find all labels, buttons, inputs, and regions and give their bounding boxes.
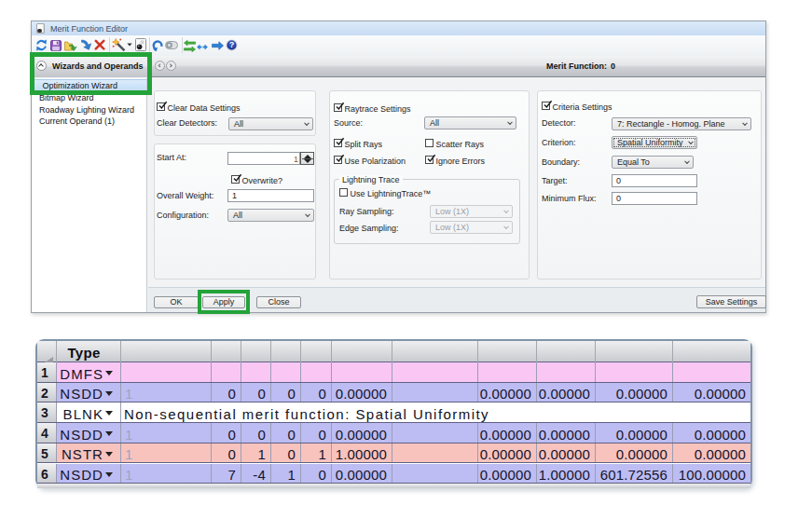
svg-text:?: ? [229, 40, 234, 49]
